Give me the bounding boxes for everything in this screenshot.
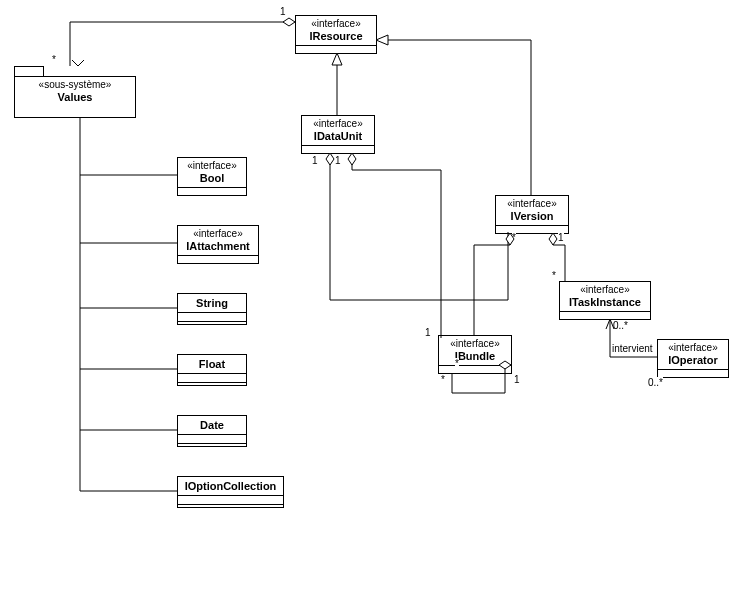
iversion-name: IVersion <box>496 209 568 225</box>
iresource-box: «interface» IResource <box>295 15 377 54</box>
float-name: Float <box>178 355 246 373</box>
mult-values-star: * <box>52 54 56 65</box>
mult-itask-0star: 0..* <box>613 320 628 331</box>
bool-stereo: «interface» <box>178 158 246 171</box>
itask-box: «interface» ITaskInstance <box>559 281 651 320</box>
mult-ibundle-1R: 1 <box>514 374 520 385</box>
iversion-stereo: «interface» <box>496 196 568 209</box>
values-name: Values <box>15 90 135 106</box>
mult-iresource-1: 1 <box>280 6 286 17</box>
values-stereo: «sous-système» <box>15 77 135 90</box>
string-box: String <box>177 293 247 325</box>
itask-stereo: «interface» <box>560 282 650 295</box>
mult-ioperator-0star: 0..* <box>648 377 663 388</box>
ibundle-name: IBundle <box>439 349 511 365</box>
rel-intervient: intervient <box>612 343 653 354</box>
ioperator-name: IOperator <box>658 353 728 369</box>
float-box: Float <box>177 354 247 386</box>
iopt-box: IOptionCollection <box>177 476 284 508</box>
mult-ibundle-starL: * <box>441 374 445 385</box>
ioperator-box: «interface» IOperator <box>657 339 729 378</box>
idataunit-name: IDataUnit <box>302 129 374 145</box>
mult-itask-star: * <box>552 270 556 281</box>
iattachment-box: «interface» IAttachment <box>177 225 259 264</box>
ibundle-box: «interface» IBundle <box>438 335 512 374</box>
iattachment-name: IAttachment <box>178 239 258 255</box>
bool-box: «interface» Bool <box>177 157 247 196</box>
iresource-name: IResource <box>296 29 376 45</box>
idataunit-stereo: «interface» <box>302 116 374 129</box>
mult-iversion-star: * <box>512 232 516 243</box>
bool-name: Bool <box>178 171 246 187</box>
iattachment-stereo: «interface» <box>178 226 258 239</box>
mult-idataunit-1b: 1 <box>335 155 341 166</box>
iversion-box: «interface» IVersion <box>495 195 569 234</box>
itask-name: ITaskInstance <box>560 295 650 311</box>
ibundle-stereo: «interface» <box>439 336 511 349</box>
mult-ibundle-1top: 1 <box>425 327 431 338</box>
ioperator-stereo: «interface» <box>658 340 728 353</box>
mult-iversion-1: 1 <box>558 232 564 243</box>
date-name: Date <box>178 416 246 434</box>
mult-ibundle-star-in: * <box>455 358 459 369</box>
iopt-name: IOptionCollection <box>178 477 283 495</box>
date-box: Date <box>177 415 247 447</box>
idataunit-box: «interface» IDataUnit <box>301 115 375 154</box>
iresource-stereo: «interface» <box>296 16 376 29</box>
mult-idataunit-1a: 1 <box>312 155 318 166</box>
string-name: String <box>178 294 246 312</box>
values-package: «sous-système» Values <box>14 76 136 118</box>
